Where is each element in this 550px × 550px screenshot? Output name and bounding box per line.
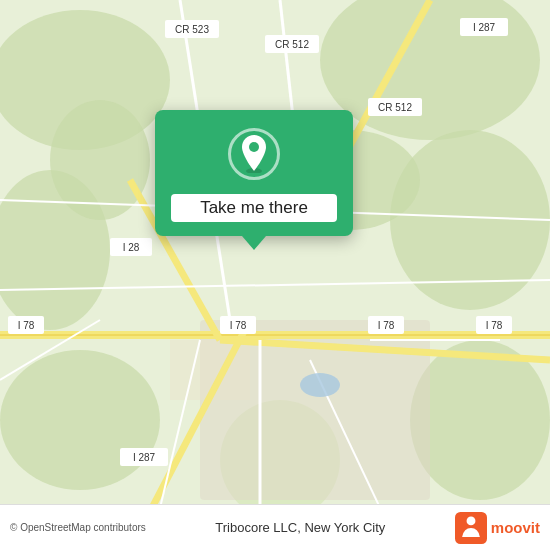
svg-text:CR 523: CR 523 <box>175 24 209 35</box>
svg-text:I 287: I 287 <box>473 22 496 33</box>
moovit-logo: moovit <box>455 512 540 544</box>
bottom-bar: © OpenStreetMap contributors Tribocore L… <box>0 504 550 550</box>
moovit-icon <box>455 512 487 544</box>
svg-text:CR 512: CR 512 <box>378 102 412 113</box>
svg-text:I 78: I 78 <box>378 320 395 331</box>
svg-point-7 <box>410 340 550 500</box>
svg-point-51 <box>466 516 475 525</box>
svg-point-49 <box>249 142 259 152</box>
take-me-there-button[interactable]: Take me there <box>171 194 337 222</box>
svg-text:I 78: I 78 <box>230 320 247 331</box>
popup-card[interactable]: Take me there <box>155 110 353 236</box>
svg-text:I 287: I 287 <box>133 452 156 463</box>
location-pin-icon <box>238 135 270 173</box>
location-title: Tribocore LLC, New York City <box>215 520 385 535</box>
moovit-text: moovit <box>491 519 540 536</box>
attribution-text: © OpenStreetMap contributors <box>10 522 146 533</box>
svg-point-27 <box>300 373 340 397</box>
svg-text:CR 512: CR 512 <box>275 39 309 50</box>
map-container: CR 523 CR 512 CR 512 I 287 I 28 I 78 I 7… <box>0 0 550 550</box>
map-background: CR 523 CR 512 CR 512 I 287 I 28 I 78 I 7… <box>0 0 550 550</box>
location-icon-wrap <box>228 128 280 180</box>
svg-text:I 28: I 28 <box>123 242 140 253</box>
svg-text:I 78: I 78 <box>18 320 35 331</box>
svg-text:I 78: I 78 <box>486 320 503 331</box>
svg-point-8 <box>0 350 160 490</box>
